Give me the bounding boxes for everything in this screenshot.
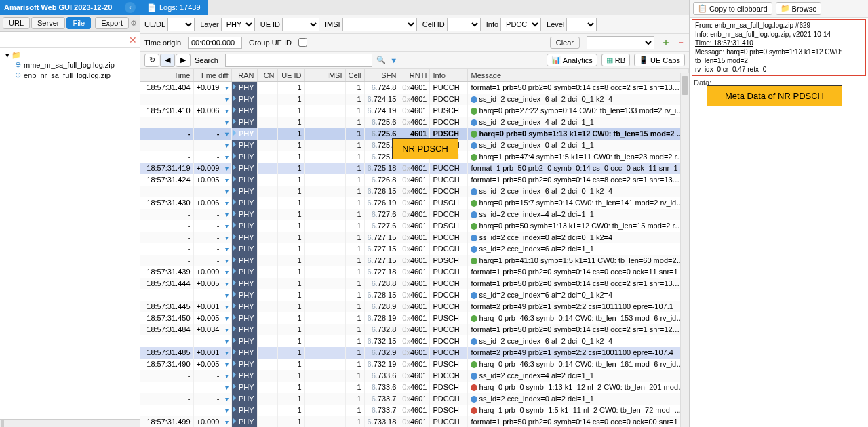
table-row[interactable]: 18:57:31.444+0.005 ▾PHY116.728.80x4601PU…	[140, 278, 689, 289]
table-row[interactable]: -- ▾PHY116.724.150x4601PDCCHss_id=2 cce_…	[140, 94, 689, 105]
export-button[interactable]: Export	[95, 17, 129, 29]
file-button[interactable]: File	[66, 17, 91, 29]
clear-button[interactable]: Clear	[550, 37, 580, 49]
preset-select[interactable]	[587, 36, 654, 49]
refresh-icon[interactable]: ↻	[144, 54, 159, 67]
level-select[interactable]	[566, 18, 597, 31]
ran-cell: PHY	[231, 370, 257, 382]
url-button[interactable]: URL	[3, 17, 30, 29]
ran-cell: PHY	[231, 278, 257, 289]
table-row[interactable]: -- ▾PHY116.732.150x4601PDCCHss_id=2 cce_…	[140, 336, 689, 347]
table-row[interactable]: 18:57:31.450+0.005 ▾PHY116.728.190x4601P…	[140, 312, 689, 324]
table-row[interactable]: -- ▾PHY116.733.60x4601PDSCHharq=0 prb=0 …	[140, 382, 689, 393]
column-header[interactable]: Info	[430, 69, 468, 82]
rb-button[interactable]: ▦RB	[601, 54, 630, 66]
collapse-left-icon[interactable]: ‹	[125, 2, 136, 13]
cellid-label: Cell ID	[422, 20, 445, 28]
time-bar: Time origin Group UE ID Clear ＋ －	[140, 34, 689, 52]
table-row[interactable]: -- ▾PHY116.733.60x4601PDCCHss_id=2 cce_i…	[140, 370, 689, 382]
search-input[interactable]	[225, 54, 372, 67]
table-row[interactable]: 18:57:31.430+0.006 ▾PHY116.726.190x4601P…	[140, 197, 689, 209]
time-origin-input[interactable]	[188, 37, 242, 49]
ran-cell: PHY	[231, 220, 257, 232]
next-icon[interactable]: ▶	[176, 54, 191, 67]
ran-cell: PHY	[231, 186, 257, 197]
log-table-wrap[interactable]: TimeTime diffRANCNUE IDIMSICellSFNRNTIIn…	[140, 69, 689, 427]
left-toolbar: URL Server File Export ⚙	[0, 15, 140, 32]
column-header[interactable]: Time	[140, 69, 193, 82]
right-toolbar: 📋Copy to clipboard 📁Browse	[690, 0, 868, 18]
prev-icon[interactable]: ◀	[160, 54, 175, 67]
app-title: Amarisoft Web GUI 2023-12-20	[4, 3, 112, 12]
table-row[interactable]: -- ▾PHY116.727.60x4601PDSCHharq=0 prb=50…	[140, 220, 689, 232]
column-header[interactable]: Message	[468, 69, 689, 82]
table-row[interactable]: -- ▾PHY116.725.64601PDSCHharq=0 prb=0 sy…	[140, 128, 689, 140]
column-header[interactable]: UE ID	[277, 69, 304, 82]
tab-logs[interactable]: 📄 Logs: 17439	[140, 0, 208, 15]
column-header[interactable]: IMSI	[304, 69, 345, 82]
tree-item[interactable]: ⊕ mme_nr_sa_full_log.log.zip	[4, 60, 136, 70]
left-filter-input[interactable]	[3, 35, 129, 45]
ran-cell: PHY	[231, 174, 257, 186]
group-ue-checkbox[interactable]	[298, 38, 307, 47]
table-row[interactable]: -- ▾PHY116.733.70x4601PDSCHharq=1 prb=0 …	[140, 405, 689, 416]
analytics-button[interactable]: 📊Analytics	[547, 54, 597, 66]
column-header[interactable]: CN	[257, 69, 277, 82]
imsi-select[interactable]	[342, 18, 417, 31]
table-row[interactable]: -- ▾PHY116.727.60x4601PDCCHss_id=2 cce_i…	[140, 209, 689, 220]
imsi-label: IMSI	[325, 20, 340, 28]
app-header: Amarisoft Web GUI 2023-12-20 ‹	[0, 0, 140, 15]
add-preset-icon[interactable]: ＋	[661, 37, 671, 49]
table-row[interactable]: 18:57:31.424+0.005 ▾PHY116.726.80x4601PU…	[140, 174, 689, 186]
table-row[interactable]: 18:57:31.439+0.009 ▾PHY116.727.180x4601P…	[140, 266, 689, 278]
ueid-select[interactable]	[282, 18, 319, 31]
left-panel: Amarisoft Web GUI 2023-12-20 ‹ URL Serve…	[0, 0, 140, 427]
info-select[interactable]: PDCCH, PI	[500, 18, 541, 31]
copy-clipboard-button[interactable]: 📋Copy to clipboard	[693, 2, 772, 15]
table-row[interactable]: 18:57:31.485+0.001 ▾PHY116.732.90x4601PU…	[140, 347, 689, 359]
info-label: Info	[486, 20, 498, 28]
ran-cell: PHY	[231, 301, 257, 312]
table-row[interactable]: 18:57:31.404+0.019 ▾PHY116.724.80x4601PU…	[140, 82, 689, 94]
table-row[interactable]: 18:57:31.410+0.006 ▾PHY116.724.190x4601P…	[140, 105, 689, 117]
remove-preset-icon[interactable]: －	[677, 37, 685, 47]
column-header[interactable]: RAN	[231, 69, 257, 82]
ueid-label: UE ID	[260, 20, 280, 28]
uldl-select[interactable]	[167, 18, 195, 31]
browse-button[interactable]: 📁Browse	[776, 2, 822, 15]
table-row[interactable]: -- ▾PHY116.733.70x4601PDCCHss_id=2 cce_i…	[140, 393, 689, 405]
table-row[interactable]: -- ▾PHY116.727.150x4601PDCCHss_id=2 cce_…	[140, 232, 689, 243]
table-row[interactable]: 18:57:31.484+0.034 ▾PHY116.732.80x4601PU…	[140, 324, 689, 336]
column-header[interactable]: Time diff	[193, 69, 231, 82]
ran-cell: PHY	[231, 197, 257, 209]
clear-filter-icon[interactable]: ✕	[129, 35, 137, 45]
table-row[interactable]: -- ▾PHY116.725.60x4601PDCCHss_id=2 cce_i…	[140, 117, 689, 128]
vertical-scrollbar[interactable]	[680, 73, 689, 427]
table-row[interactable]: 18:57:31.445+0.001 ▾PHY116.728.90x4601PU…	[140, 301, 689, 312]
meta-info: Info: enb_nr_sa_full_log.log.zip, v2021-…	[695, 30, 863, 39]
table-row[interactable]: -- ▾PHY116.727.150x4601PDSCHharq=1 prb=4…	[140, 255, 689, 266]
tree-item[interactable]: ⊕ enb_nr_sa_full_log.log.zip	[4, 70, 136, 80]
table-row[interactable]: -- ▾PHY116.726.150x4601PDCCHss_id=2 cce_…	[140, 186, 689, 197]
column-header[interactable]: Cell	[345, 69, 364, 82]
file-icon: 📄	[147, 3, 157, 12]
table-row[interactable]: 18:57:31.499+0.009 ▾PHY116.733.180x4601P…	[140, 416, 689, 428]
table-row[interactable]: -- ▾PHY116.728.150x4601PDCCHss_id=2 cce_…	[140, 289, 689, 301]
table-row[interactable]: 18:57:31.490+0.005 ▾PHY116.732.190x4601P…	[140, 359, 689, 370]
column-header[interactable]: SFN	[364, 69, 399, 82]
table-row[interactable]: 18:57:31.419+0.009 ▾PHY116.725.180x4601P…	[140, 163, 689, 174]
layer-select[interactable]: PHY	[221, 18, 255, 31]
server-button[interactable]: Server	[31, 17, 65, 29]
horizontal-scrollbar[interactable]	[0, 419, 140, 427]
ran-cell: PHY	[231, 105, 257, 117]
ran-cell: PHY	[231, 255, 257, 266]
ran-cell: PHY	[231, 128, 257, 140]
table-row[interactable]: -- ▾PHY116.727.150x4601PDCCHss_id=2 cce_…	[140, 243, 689, 255]
cellid-select[interactable]	[447, 18, 481, 31]
uecaps-button[interactable]: 📱UE Caps	[634, 54, 685, 66]
level-label: Level	[547, 20, 564, 28]
find-down-icon[interactable]: ▼	[390, 56, 397, 64]
binoculars-icon[interactable]: 🔍	[376, 56, 386, 64]
column-header[interactable]: RNTI	[399, 69, 430, 82]
gear-icon[interactable]: ⚙	[130, 19, 137, 28]
